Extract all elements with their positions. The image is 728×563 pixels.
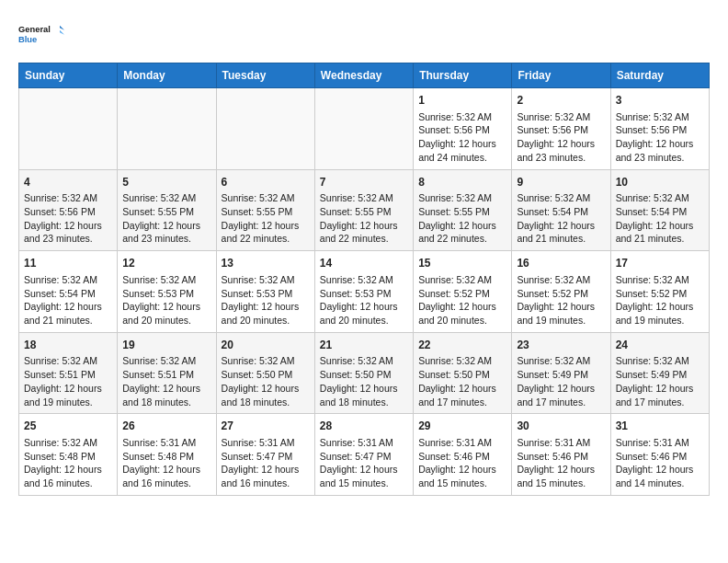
week-row-1: 1Sunrise: 5:32 AMSunset: 5:56 PMDaylight… bbox=[19, 88, 710, 170]
day-info: Sunset: 5:55 PM bbox=[320, 205, 408, 219]
day-info: and 20 minutes. bbox=[320, 314, 408, 327]
day-info: Sunset: 5:48 PM bbox=[122, 450, 210, 464]
day-info: Daylight: 12 hours bbox=[222, 219, 310, 233]
day-info: Daylight: 12 hours bbox=[418, 463, 506, 477]
day-info: Daylight: 12 hours bbox=[320, 463, 408, 477]
day-info: Sunrise: 5:32 AM bbox=[24, 191, 112, 205]
calendar-cell: 2Sunrise: 5:32 AMSunset: 5:56 PMDaylight… bbox=[512, 88, 610, 170]
day-info: Sunrise: 5:31 AM bbox=[616, 436, 704, 450]
day-info: Sunrise: 5:32 AM bbox=[222, 273, 310, 287]
day-info: Daylight: 12 hours bbox=[517, 219, 605, 233]
day-info: Sunrise: 5:31 AM bbox=[418, 436, 506, 450]
col-header-sunday: Sunday bbox=[19, 63, 118, 88]
day-number: 11 bbox=[24, 256, 112, 271]
day-info: Daylight: 12 hours bbox=[517, 300, 605, 314]
day-info: Sunset: 5:46 PM bbox=[616, 450, 704, 464]
calendar-cell: 13Sunrise: 5:32 AMSunset: 5:53 PMDayligh… bbox=[216, 251, 314, 333]
calendar-cell: 10Sunrise: 5:32 AMSunset: 5:54 PMDayligh… bbox=[610, 169, 709, 251]
day-info: and 22 minutes. bbox=[222, 232, 310, 246]
day-info: and 19 minutes. bbox=[616, 314, 704, 327]
day-info: Daylight: 12 hours bbox=[320, 300, 408, 314]
header: General Blue bbox=[18, 15, 710, 53]
day-info: and 17 minutes. bbox=[616, 396, 704, 409]
calendar-cell: 15Sunrise: 5:32 AMSunset: 5:52 PMDayligh… bbox=[414, 251, 512, 333]
calendar-cell: 20Sunrise: 5:32 AMSunset: 5:50 PMDayligh… bbox=[216, 332, 314, 414]
calendar-cell: 14Sunrise: 5:32 AMSunset: 5:53 PMDayligh… bbox=[314, 251, 413, 333]
day-info: Daylight: 12 hours bbox=[418, 219, 506, 233]
calendar-cell: 3Sunrise: 5:32 AMSunset: 5:56 PMDaylight… bbox=[610, 88, 709, 170]
calendar-cell: 22Sunrise: 5:32 AMSunset: 5:50 PMDayligh… bbox=[414, 332, 512, 414]
day-info: and 21 minutes. bbox=[24, 314, 112, 327]
day-info: Sunset: 5:47 PM bbox=[320, 450, 408, 464]
day-number: 7 bbox=[320, 175, 408, 190]
calendar-cell: 25Sunrise: 5:32 AMSunset: 5:48 PMDayligh… bbox=[19, 414, 118, 496]
day-number: 6 bbox=[222, 175, 310, 190]
day-info: Daylight: 12 hours bbox=[616, 300, 704, 314]
day-info: and 23 minutes. bbox=[517, 151, 605, 165]
day-info: Daylight: 12 hours bbox=[418, 300, 506, 314]
week-row-3: 11Sunrise: 5:32 AMSunset: 5:54 PMDayligh… bbox=[19, 251, 710, 333]
calendar-cell: 12Sunrise: 5:32 AMSunset: 5:53 PMDayligh… bbox=[118, 251, 216, 333]
day-info: Sunset: 5:46 PM bbox=[517, 450, 605, 464]
day-info: and 18 minutes. bbox=[320, 396, 408, 409]
day-info: Sunset: 5:49 PM bbox=[616, 368, 704, 382]
day-info: Daylight: 12 hours bbox=[517, 137, 605, 151]
day-info: and 14 minutes. bbox=[616, 477, 704, 490]
day-info: Daylight: 12 hours bbox=[222, 463, 310, 477]
day-number: 27 bbox=[222, 419, 310, 434]
col-header-thursday: Thursday bbox=[414, 63, 512, 88]
day-info: and 22 minutes. bbox=[320, 232, 408, 246]
week-row-2: 4Sunrise: 5:32 AMSunset: 5:56 PMDaylight… bbox=[19, 169, 710, 251]
day-info: Sunset: 5:55 PM bbox=[122, 205, 210, 219]
day-number: 16 bbox=[517, 256, 605, 271]
day-info: Sunrise: 5:32 AM bbox=[616, 110, 704, 124]
day-info: Sunrise: 5:32 AM bbox=[122, 354, 210, 368]
day-info: Sunset: 5:49 PM bbox=[517, 368, 605, 382]
day-info: Sunrise: 5:32 AM bbox=[418, 191, 506, 205]
day-info: Sunrise: 5:31 AM bbox=[517, 436, 605, 450]
day-info: and 18 minutes. bbox=[122, 396, 210, 409]
day-info: and 21 minutes. bbox=[517, 232, 605, 246]
col-header-friday: Friday bbox=[512, 63, 610, 88]
day-info: Sunset: 5:54 PM bbox=[24, 287, 112, 301]
logo-svg: General Blue bbox=[18, 15, 64, 53]
day-info: Sunset: 5:56 PM bbox=[616, 123, 704, 137]
day-info: and 19 minutes. bbox=[517, 314, 605, 327]
day-info: Sunrise: 5:32 AM bbox=[616, 191, 704, 205]
day-info: Daylight: 12 hours bbox=[24, 463, 112, 477]
day-number: 17 bbox=[616, 256, 704, 271]
day-info: Sunset: 5:51 PM bbox=[24, 368, 112, 382]
svg-marker-2 bbox=[60, 26, 64, 30]
day-info: Sunrise: 5:32 AM bbox=[517, 191, 605, 205]
calendar-cell: 28Sunrise: 5:31 AMSunset: 5:47 PMDayligh… bbox=[314, 414, 413, 496]
day-info: and 15 minutes. bbox=[517, 477, 605, 490]
day-info: and 16 minutes. bbox=[222, 477, 310, 490]
calendar-cell: 4Sunrise: 5:32 AMSunset: 5:56 PMDaylight… bbox=[19, 169, 118, 251]
day-number: 3 bbox=[616, 93, 704, 109]
day-info: Sunrise: 5:32 AM bbox=[122, 273, 210, 287]
day-info: and 23 minutes. bbox=[616, 151, 704, 165]
day-info: Sunrise: 5:32 AM bbox=[517, 110, 605, 124]
day-number: 8 bbox=[418, 175, 506, 190]
day-number: 18 bbox=[24, 338, 112, 353]
calendar-cell: 11Sunrise: 5:32 AMSunset: 5:54 PMDayligh… bbox=[19, 251, 118, 333]
calendar-cell: 18Sunrise: 5:32 AMSunset: 5:51 PMDayligh… bbox=[19, 332, 118, 414]
day-info: Sunrise: 5:32 AM bbox=[122, 191, 210, 205]
col-header-saturday: Saturday bbox=[610, 63, 709, 88]
logo: General Blue bbox=[18, 15, 64, 53]
calendar-cell: 27Sunrise: 5:31 AMSunset: 5:47 PMDayligh… bbox=[216, 414, 314, 496]
day-number: 29 bbox=[418, 419, 506, 434]
day-info: Sunset: 5:52 PM bbox=[517, 287, 605, 301]
day-info: and 23 minutes. bbox=[24, 232, 112, 246]
day-number: 20 bbox=[222, 338, 310, 353]
day-info: and 20 minutes. bbox=[222, 314, 310, 327]
calendar-cell bbox=[19, 88, 118, 170]
calendar-cell: 19Sunrise: 5:32 AMSunset: 5:51 PMDayligh… bbox=[118, 332, 216, 414]
day-number: 26 bbox=[122, 419, 210, 434]
day-info: Sunrise: 5:31 AM bbox=[222, 436, 310, 450]
day-info: and 16 minutes. bbox=[24, 477, 112, 490]
day-info: Daylight: 12 hours bbox=[24, 300, 112, 314]
day-info: Daylight: 12 hours bbox=[517, 382, 605, 396]
week-row-4: 18Sunrise: 5:32 AMSunset: 5:51 PMDayligh… bbox=[19, 332, 710, 414]
day-number: 21 bbox=[320, 338, 408, 353]
